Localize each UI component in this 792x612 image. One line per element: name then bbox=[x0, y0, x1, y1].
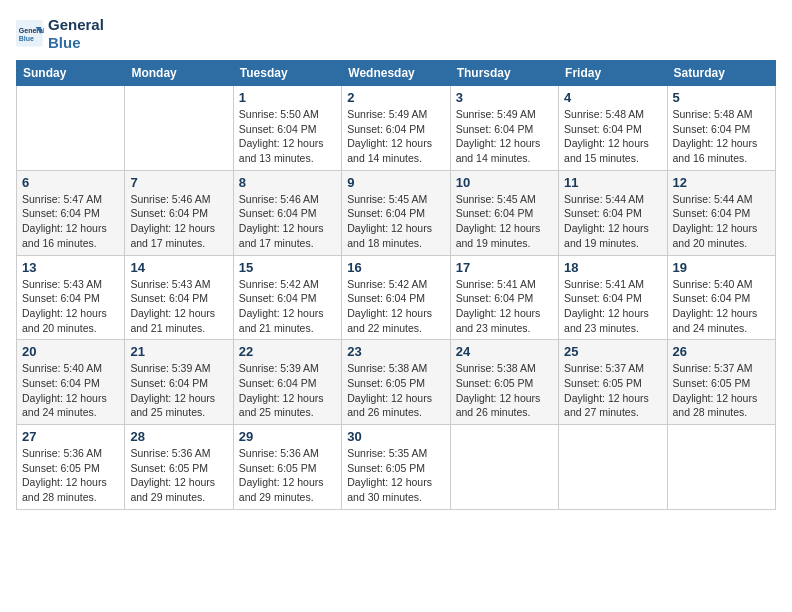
calendar-header-row: SundayMondayTuesdayWednesdayThursdayFrid… bbox=[17, 61, 776, 86]
cell-text: Sunrise: 5:36 AM Sunset: 6:05 PM Dayligh… bbox=[22, 446, 119, 505]
day-number: 18 bbox=[564, 260, 661, 275]
cell-text: Sunrise: 5:46 AM Sunset: 6:04 PM Dayligh… bbox=[239, 192, 336, 251]
calendar-cell: 3Sunrise: 5:49 AM Sunset: 6:04 PM Daylig… bbox=[450, 86, 558, 171]
calendar-cell: 26Sunrise: 5:37 AM Sunset: 6:05 PM Dayli… bbox=[667, 340, 775, 425]
day-number: 30 bbox=[347, 429, 444, 444]
day-number: 26 bbox=[673, 344, 770, 359]
day-number: 20 bbox=[22, 344, 119, 359]
day-number: 23 bbox=[347, 344, 444, 359]
cell-text: Sunrise: 5:50 AM Sunset: 6:04 PM Dayligh… bbox=[239, 107, 336, 166]
calendar-cell bbox=[559, 425, 667, 510]
cell-text: Sunrise: 5:37 AM Sunset: 6:05 PM Dayligh… bbox=[564, 361, 661, 420]
calendar-cell: 12Sunrise: 5:44 AM Sunset: 6:04 PM Dayli… bbox=[667, 170, 775, 255]
calendar-cell: 19Sunrise: 5:40 AM Sunset: 6:04 PM Dayli… bbox=[667, 255, 775, 340]
calendar-cell: 23Sunrise: 5:38 AM Sunset: 6:05 PM Dayli… bbox=[342, 340, 450, 425]
cell-text: Sunrise: 5:44 AM Sunset: 6:04 PM Dayligh… bbox=[564, 192, 661, 251]
day-number: 19 bbox=[673, 260, 770, 275]
calendar-cell: 5Sunrise: 5:48 AM Sunset: 6:04 PM Daylig… bbox=[667, 86, 775, 171]
day-number: 2 bbox=[347, 90, 444, 105]
day-number: 13 bbox=[22, 260, 119, 275]
calendar-table: SundayMondayTuesdayWednesdayThursdayFrid… bbox=[16, 60, 776, 510]
cell-text: Sunrise: 5:41 AM Sunset: 6:04 PM Dayligh… bbox=[456, 277, 553, 336]
cell-text: Sunrise: 5:40 AM Sunset: 6:04 PM Dayligh… bbox=[673, 277, 770, 336]
cell-text: Sunrise: 5:49 AM Sunset: 6:04 PM Dayligh… bbox=[456, 107, 553, 166]
cell-text: Sunrise: 5:37 AM Sunset: 6:05 PM Dayligh… bbox=[673, 361, 770, 420]
cell-text: Sunrise: 5:38 AM Sunset: 6:05 PM Dayligh… bbox=[456, 361, 553, 420]
week-row-4: 20Sunrise: 5:40 AM Sunset: 6:04 PM Dayli… bbox=[17, 340, 776, 425]
day-number: 21 bbox=[130, 344, 227, 359]
day-number: 5 bbox=[673, 90, 770, 105]
day-number: 22 bbox=[239, 344, 336, 359]
header-monday: Monday bbox=[125, 61, 233, 86]
calendar-cell: 28Sunrise: 5:36 AM Sunset: 6:05 PM Dayli… bbox=[125, 425, 233, 510]
cell-text: Sunrise: 5:45 AM Sunset: 6:04 PM Dayligh… bbox=[347, 192, 444, 251]
calendar-cell: 30Sunrise: 5:35 AM Sunset: 6:05 PM Dayli… bbox=[342, 425, 450, 510]
logo-icon: General Blue bbox=[16, 20, 44, 48]
logo: General Blue General Blue bbox=[16, 16, 104, 52]
cell-text: Sunrise: 5:42 AM Sunset: 6:04 PM Dayligh… bbox=[239, 277, 336, 336]
cell-text: Sunrise: 5:42 AM Sunset: 6:04 PM Dayligh… bbox=[347, 277, 444, 336]
day-number: 16 bbox=[347, 260, 444, 275]
day-number: 6 bbox=[22, 175, 119, 190]
calendar-cell: 18Sunrise: 5:41 AM Sunset: 6:04 PM Dayli… bbox=[559, 255, 667, 340]
cell-text: Sunrise: 5:35 AM Sunset: 6:05 PM Dayligh… bbox=[347, 446, 444, 505]
calendar-cell: 22Sunrise: 5:39 AM Sunset: 6:04 PM Dayli… bbox=[233, 340, 341, 425]
cell-text: Sunrise: 5:40 AM Sunset: 6:04 PM Dayligh… bbox=[22, 361, 119, 420]
calendar-cell: 4Sunrise: 5:48 AM Sunset: 6:04 PM Daylig… bbox=[559, 86, 667, 171]
week-row-5: 27Sunrise: 5:36 AM Sunset: 6:05 PM Dayli… bbox=[17, 425, 776, 510]
day-number: 25 bbox=[564, 344, 661, 359]
cell-text: Sunrise: 5:48 AM Sunset: 6:04 PM Dayligh… bbox=[564, 107, 661, 166]
calendar-cell: 24Sunrise: 5:38 AM Sunset: 6:05 PM Dayli… bbox=[450, 340, 558, 425]
header-friday: Friday bbox=[559, 61, 667, 86]
cell-text: Sunrise: 5:49 AM Sunset: 6:04 PM Dayligh… bbox=[347, 107, 444, 166]
calendar-cell: 15Sunrise: 5:42 AM Sunset: 6:04 PM Dayli… bbox=[233, 255, 341, 340]
header-thursday: Thursday bbox=[450, 61, 558, 86]
svg-text:Blue: Blue bbox=[19, 35, 34, 42]
day-number: 9 bbox=[347, 175, 444, 190]
calendar-cell bbox=[450, 425, 558, 510]
day-number: 24 bbox=[456, 344, 553, 359]
cell-text: Sunrise: 5:44 AM Sunset: 6:04 PM Dayligh… bbox=[673, 192, 770, 251]
cell-text: Sunrise: 5:47 AM Sunset: 6:04 PM Dayligh… bbox=[22, 192, 119, 251]
cell-text: Sunrise: 5:36 AM Sunset: 6:05 PM Dayligh… bbox=[239, 446, 336, 505]
header-saturday: Saturday bbox=[667, 61, 775, 86]
calendar-cell: 17Sunrise: 5:41 AM Sunset: 6:04 PM Dayli… bbox=[450, 255, 558, 340]
day-number: 12 bbox=[673, 175, 770, 190]
calendar-cell: 6Sunrise: 5:47 AM Sunset: 6:04 PM Daylig… bbox=[17, 170, 125, 255]
cell-text: Sunrise: 5:39 AM Sunset: 6:04 PM Dayligh… bbox=[239, 361, 336, 420]
page-header: General Blue General Blue bbox=[16, 16, 776, 52]
cell-text: Sunrise: 5:41 AM Sunset: 6:04 PM Dayligh… bbox=[564, 277, 661, 336]
calendar-cell: 20Sunrise: 5:40 AM Sunset: 6:04 PM Dayli… bbox=[17, 340, 125, 425]
calendar-cell: 9Sunrise: 5:45 AM Sunset: 6:04 PM Daylig… bbox=[342, 170, 450, 255]
day-number: 1 bbox=[239, 90, 336, 105]
day-number: 14 bbox=[130, 260, 227, 275]
calendar-cell bbox=[667, 425, 775, 510]
calendar-cell: 27Sunrise: 5:36 AM Sunset: 6:05 PM Dayli… bbox=[17, 425, 125, 510]
day-number: 27 bbox=[22, 429, 119, 444]
calendar-cell: 14Sunrise: 5:43 AM Sunset: 6:04 PM Dayli… bbox=[125, 255, 233, 340]
calendar-cell: 1Sunrise: 5:50 AM Sunset: 6:04 PM Daylig… bbox=[233, 86, 341, 171]
day-number: 10 bbox=[456, 175, 553, 190]
day-number: 4 bbox=[564, 90, 661, 105]
logo-text: General Blue bbox=[48, 16, 104, 52]
calendar-cell: 8Sunrise: 5:46 AM Sunset: 6:04 PM Daylig… bbox=[233, 170, 341, 255]
calendar-cell: 13Sunrise: 5:43 AM Sunset: 6:04 PM Dayli… bbox=[17, 255, 125, 340]
week-row-1: 1Sunrise: 5:50 AM Sunset: 6:04 PM Daylig… bbox=[17, 86, 776, 171]
day-number: 7 bbox=[130, 175, 227, 190]
day-number: 28 bbox=[130, 429, 227, 444]
day-number: 17 bbox=[456, 260, 553, 275]
day-number: 15 bbox=[239, 260, 336, 275]
calendar-cell: 21Sunrise: 5:39 AM Sunset: 6:04 PM Dayli… bbox=[125, 340, 233, 425]
calendar-cell: 2Sunrise: 5:49 AM Sunset: 6:04 PM Daylig… bbox=[342, 86, 450, 171]
week-row-2: 6Sunrise: 5:47 AM Sunset: 6:04 PM Daylig… bbox=[17, 170, 776, 255]
cell-text: Sunrise: 5:48 AM Sunset: 6:04 PM Dayligh… bbox=[673, 107, 770, 166]
cell-text: Sunrise: 5:38 AM Sunset: 6:05 PM Dayligh… bbox=[347, 361, 444, 420]
header-sunday: Sunday bbox=[17, 61, 125, 86]
header-tuesday: Tuesday bbox=[233, 61, 341, 86]
cell-text: Sunrise: 5:43 AM Sunset: 6:04 PM Dayligh… bbox=[22, 277, 119, 336]
calendar-cell: 10Sunrise: 5:45 AM Sunset: 6:04 PM Dayli… bbox=[450, 170, 558, 255]
calendar-cell: 16Sunrise: 5:42 AM Sunset: 6:04 PM Dayli… bbox=[342, 255, 450, 340]
cell-text: Sunrise: 5:43 AM Sunset: 6:04 PM Dayligh… bbox=[130, 277, 227, 336]
week-row-3: 13Sunrise: 5:43 AM Sunset: 6:04 PM Dayli… bbox=[17, 255, 776, 340]
day-number: 11 bbox=[564, 175, 661, 190]
